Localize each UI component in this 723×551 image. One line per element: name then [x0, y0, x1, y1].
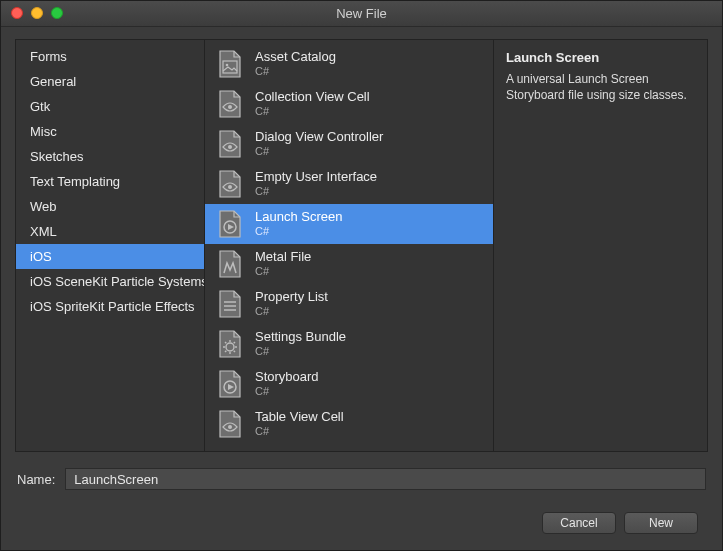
category-item[interactable]: iOS SceneKit Particle Systems	[16, 269, 204, 294]
template-title: Property List	[255, 290, 328, 304]
name-row: Name:	[17, 468, 706, 490]
template-text: Property ListC#	[255, 290, 328, 318]
doc-gear-icon	[215, 328, 245, 360]
category-item[interactable]: Text Templating	[16, 169, 204, 194]
template-item[interactable]: Collection View CellC#	[205, 84, 493, 124]
footer: Cancel New	[15, 498, 708, 550]
template-item[interactable]: Launch ScreenC#	[205, 204, 493, 244]
template-list[interactable]: Asset CatalogC#Collection View CellC#Dia…	[204, 39, 494, 452]
doc-play-icon	[215, 208, 245, 240]
description-pane: Launch Screen A universal Launch Screen …	[493, 39, 708, 452]
template-title: Table View Cell	[255, 410, 344, 424]
minimize-icon[interactable]	[31, 7, 43, 19]
doc-eye-icon	[215, 408, 245, 440]
category-item[interactable]: XML	[16, 219, 204, 244]
new-file-dialog: New File FormsGeneralGtkMiscSketchesText…	[0, 0, 723, 551]
doc-list-icon	[215, 288, 245, 320]
template-title: Collection View Cell	[255, 90, 370, 104]
template-title: Launch Screen	[255, 210, 342, 224]
template-item[interactable]: Property ListC#	[205, 284, 493, 324]
template-subtitle: C#	[255, 344, 346, 358]
template-item[interactable]: Empty User InterfaceC#	[205, 164, 493, 204]
template-subtitle: C#	[255, 384, 319, 398]
template-subtitle: C#	[255, 304, 328, 318]
category-item[interactable]: iOS SpriteKit Particle Effects	[16, 294, 204, 319]
template-subtitle: C#	[255, 224, 342, 238]
name-label: Name:	[17, 472, 55, 487]
template-title: Settings Bundle	[255, 330, 346, 344]
description-title: Launch Screen	[506, 50, 695, 65]
doc-play-icon	[215, 368, 245, 400]
template-item[interactable]: StoryboardC#	[205, 364, 493, 404]
template-text: StoryboardC#	[255, 370, 319, 398]
template-text: Metal FileC#	[255, 250, 311, 278]
template-subtitle: C#	[255, 264, 311, 278]
template-item[interactable]: Settings BundleC#	[205, 324, 493, 364]
template-text: Settings BundleC#	[255, 330, 346, 358]
template-item[interactable]: Table View CellC#	[205, 404, 493, 444]
template-subtitle: C#	[255, 64, 336, 78]
template-text: Table View CellC#	[255, 410, 344, 438]
window-title: New File	[1, 6, 722, 21]
titlebar: New File	[1, 1, 722, 27]
description-body: A universal Launch Screen Storyboard fil…	[506, 71, 695, 103]
close-icon[interactable]	[11, 7, 23, 19]
doc-eye-icon	[215, 88, 245, 120]
traffic-lights	[11, 7, 63, 19]
template-subtitle: C#	[255, 144, 383, 158]
template-text: Launch ScreenC#	[255, 210, 342, 238]
template-text: Dialog View ControllerC#	[255, 130, 383, 158]
template-item[interactable]: Asset CatalogC#	[205, 44, 493, 84]
template-text: Collection View CellC#	[255, 90, 370, 118]
cancel-button[interactable]: Cancel	[542, 512, 616, 534]
template-subtitle: C#	[255, 424, 344, 438]
category-list[interactable]: FormsGeneralGtkMiscSketchesText Templati…	[15, 39, 205, 452]
template-title: Asset Catalog	[255, 50, 336, 64]
doc-metal-icon	[215, 248, 245, 280]
category-item[interactable]: Web	[16, 194, 204, 219]
category-item[interactable]: Misc	[16, 119, 204, 144]
doc-eye-icon	[215, 168, 245, 200]
template-title: Empty User Interface	[255, 170, 377, 184]
doc-eye-icon	[215, 128, 245, 160]
category-item[interactable]: iOS	[16, 244, 204, 269]
template-subtitle: C#	[255, 184, 377, 198]
template-title: Metal File	[255, 250, 311, 264]
template-text: Asset CatalogC#	[255, 50, 336, 78]
category-item[interactable]: Forms	[16, 44, 204, 69]
zoom-icon[interactable]	[51, 7, 63, 19]
category-item[interactable]: General	[16, 69, 204, 94]
doc-asset-icon	[215, 48, 245, 80]
template-item[interactable]: Dialog View ControllerC#	[205, 124, 493, 164]
template-subtitle: C#	[255, 104, 370, 118]
template-title: Dialog View Controller	[255, 130, 383, 144]
new-button[interactable]: New	[624, 512, 698, 534]
template-text: Empty User InterfaceC#	[255, 170, 377, 198]
category-item[interactable]: Gtk	[16, 94, 204, 119]
category-item[interactable]: Sketches	[16, 144, 204, 169]
panes: FormsGeneralGtkMiscSketchesText Templati…	[15, 39, 708, 452]
name-input[interactable]	[65, 468, 706, 490]
dialog-body: FormsGeneralGtkMiscSketchesText Templati…	[1, 27, 722, 550]
template-item[interactable]: Metal FileC#	[205, 244, 493, 284]
template-title: Storyboard	[255, 370, 319, 384]
